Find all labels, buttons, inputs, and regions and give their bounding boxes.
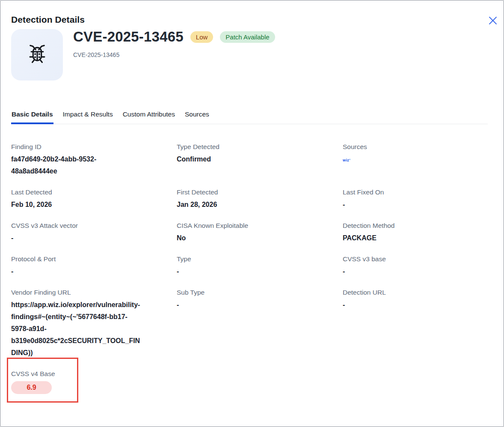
field-value: PACKAGE	[343, 232, 473, 244]
close-icon	[488, 16, 498, 25]
field-cvss-v3-base: CVSS v3 base -	[343, 254, 487, 278]
fields-grid: Finding ID fa47d649-20b2-4abb-9532-48a8a…	[11, 142, 487, 394]
field-label: Detection URL	[343, 288, 487, 297]
field-label: Sources	[343, 142, 487, 152]
field-sub-type: Sub Type -	[177, 288, 343, 359]
field-label: Detection Method	[343, 221, 487, 230]
field-value: -	[343, 266, 473, 278]
field-value: -	[177, 299, 307, 311]
cvss-v4-score-badge: 6.9	[11, 381, 52, 394]
tab-label: Impact & Results	[63, 110, 113, 118]
field-detection-method: Detection Method PACKAGE	[343, 221, 487, 244]
tabs: Basic DetailsImpact & ResultsCustom Attr…	[11, 110, 488, 124]
field-last-detected: Last Detected Feb 10, 2026	[11, 188, 177, 211]
field-label: Type	[177, 254, 343, 264]
tab-sources[interactable]: Sources	[184, 110, 210, 124]
field-label: Sub Type	[177, 288, 343, 297]
field-type: Type -	[177, 254, 343, 278]
field-value: -	[11, 232, 142, 244]
tab-impact-results[interactable]: Impact & Results	[62, 110, 113, 124]
field-value: 6.9	[11, 380, 142, 394]
field-value: Confirmed	[177, 153, 307, 165]
field-first-detected: First Detected Jan 28, 2026	[177, 188, 343, 211]
field-label: CVSS v3 Attack vector	[11, 221, 177, 230]
modal-title: Detection Details	[11, 15, 487, 25]
entity-header: CVE-2025-13465 Low Patch Available CVE-2…	[11, 29, 487, 81]
tab-custom-attributes[interactable]: Custom Attributes	[122, 110, 175, 124]
field-value: -	[11, 266, 142, 278]
entity-icon-container	[11, 29, 63, 81]
patch-status-badge: Patch Available	[220, 31, 275, 43]
tab-basic-details[interactable]: Basic Details	[11, 110, 53, 124]
cve-subtitle: CVE-2025-13465	[73, 51, 275, 58]
field-label: First Detected	[177, 188, 343, 197]
field-label: Finding ID	[11, 142, 177, 152]
field-protocol-port: Protocol & Port -	[11, 254, 177, 278]
bug-icon	[25, 42, 50, 67]
field-value: No	[177, 232, 307, 244]
field-finding-id: Finding ID fa47d649-20b2-4abb-9532-48a8a…	[11, 142, 177, 177]
field-label: Last Detected	[11, 188, 177, 197]
field-label: CISA Known Exploitable	[177, 221, 343, 230]
detection-details-modal: Detection Details	[0, 0, 504, 427]
field-type-detected: Type Detected Confirmed	[177, 142, 343, 177]
field-label: Last Fixed On	[343, 188, 487, 197]
tab-label: Custom Attributes	[123, 110, 175, 118]
field-value: Feb 10, 2026	[11, 199, 142, 211]
field-cvss-v4-base: CVSS v4 Base 6.9	[11, 369, 177, 394]
tab-label: Sources	[185, 110, 209, 118]
field-last-fixed-on: Last Fixed On -	[343, 188, 487, 211]
field-detection-url: Detection URL -	[343, 288, 487, 359]
field-label: Protocol & Port	[11, 254, 177, 264]
field-vendor-finding-url: Vendor Finding URL https://app.wiz.io/ex…	[11, 288, 177, 359]
field-value: https://app.wiz.io/explorer/vulnerabilit…	[11, 299, 142, 359]
field-label: CVSS v3 base	[343, 254, 487, 264]
field-label: Vendor Finding URL	[11, 288, 177, 297]
field-value: fa47d649-20b2-4abb-9532-48a8ad8444ee	[11, 153, 142, 177]
field-value: Jan 28, 2026	[177, 199, 307, 211]
wiz-source-logo[interactable]: wiz’	[343, 158, 350, 162]
field-value: -	[343, 299, 473, 311]
cve-heading: CVE-2025-13465	[73, 30, 184, 45]
field-value: -	[343, 199, 473, 211]
close-button[interactable]	[487, 15, 498, 26]
tab-label: Basic Details	[12, 110, 53, 118]
field-label: CVSS v4 Base	[11, 369, 177, 379]
field-label: Type Detected	[177, 142, 343, 152]
field-sources: Sources wiz’	[343, 142, 487, 177]
field-cisa-known-exploitable: CISA Known Exploitable No	[177, 221, 343, 244]
field-value: -	[177, 266, 307, 278]
field-cvss-v3-attack-vector: CVSS v3 Attack vector -	[11, 221, 177, 244]
severity-badge: Low	[190, 31, 213, 43]
field-value: wiz’	[343, 153, 473, 165]
